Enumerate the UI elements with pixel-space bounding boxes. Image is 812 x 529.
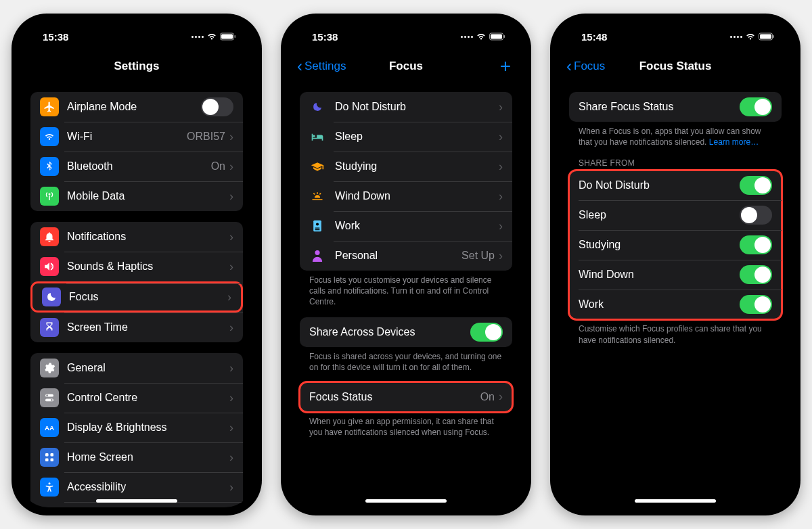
row-mobile-data[interactable]: Mobile Data › [30, 181, 243, 211]
row-bluetooth[interactable]: Bluetooth On › [30, 152, 243, 181]
battery-icon [759, 31, 775, 43]
row-label: Do Not Disturb [579, 179, 740, 191]
chevron-icon: › [229, 421, 233, 435]
antenna-icon [40, 187, 59, 206]
row-label: Home Screen [67, 451, 229, 463]
wifi-status-icon [206, 31, 217, 43]
add-button[interactable]: + [500, 57, 511, 76]
row-label: Sleep [579, 209, 740, 221]
row-home-screen[interactable]: Home Screen › [30, 442, 243, 472]
share-dnd-toggle[interactable] [740, 176, 772, 195]
chevron-icon: › [229, 189, 233, 204]
focus-modes-group: Do Not Disturb › Sleep › Studying › Wind… [300, 92, 512, 271]
learn-more-link[interactable]: Learn more… [709, 137, 759, 147]
settings-group-alerts: Notifications › Sounds & Haptics › Focus… [30, 222, 243, 342]
chevron-icon: › [229, 391, 233, 405]
row-wind-down[interactable]: Wind Down › [300, 181, 512, 211]
home-indicator[interactable] [635, 499, 716, 503]
home-indicator[interactable] [365, 499, 447, 503]
svg-rect-21 [315, 228, 320, 229]
badge-icon [309, 219, 325, 233]
row-do-not-disturb[interactable]: Do Not Disturb › [300, 92, 512, 122]
row-accessibility[interactable]: Accessibility › [30, 472, 243, 502]
svg-rect-11 [51, 459, 54, 462]
row-sleep[interactable]: Sleep › [300, 122, 512, 152]
row-detail: On [211, 160, 225, 172]
row-detail: Set Up [461, 250, 495, 262]
svg-rect-18 [504, 35, 505, 38]
row-control-centre[interactable]: Control Centre › [30, 383, 243, 413]
svg-point-23 [315, 250, 319, 255]
svg-point-4 [46, 394, 48, 396]
svg-rect-9 [51, 453, 54, 457]
page-title: Settings [114, 60, 159, 73]
settings-group-general: General › Control Centre › AA Display & … [30, 353, 243, 507]
share-work-toggle[interactable] [740, 295, 772, 314]
row-share-dnd[interactable]: Do Not Disturb [569, 170, 782, 200]
share-sleep-toggle[interactable] [740, 206, 772, 225]
battery-icon [220, 31, 236, 43]
row-focus[interactable]: Focus › [30, 281, 243, 313]
row-label: Accessibility [67, 481, 229, 493]
chevron-icon: › [499, 100, 503, 114]
row-label: General [67, 362, 229, 374]
row-sounds-haptics[interactable]: Sounds & Haptics › [30, 252, 243, 281]
row-wallpaper[interactable]: Wallpaper › [30, 502, 243, 507]
row-share-focus-status[interactable]: Share Focus Status [569, 92, 782, 122]
home-indicator[interactable] [96, 499, 177, 503]
row-share-wind-down[interactable]: Wind Down [569, 260, 782, 290]
text-size-icon: AA [40, 418, 59, 437]
notch [86, 22, 187, 39]
moon-icon [42, 288, 61, 306]
back-label: Focus [574, 60, 605, 73]
phone-focus: 15:38 ‹ Settings Focus + Do Not Disturb … [281, 14, 531, 515]
share-across-toggle[interactable] [470, 323, 503, 342]
switches-icon [40, 388, 59, 407]
row-personal[interactable]: Personal Set Up › [300, 241, 512, 271]
row-share-across-devices[interactable]: Share Across Devices [300, 317, 512, 347]
airplane-toggle[interactable] [201, 97, 233, 116]
row-wifi[interactable]: Wi-Fi ORBI57 › [30, 122, 243, 152]
row-work[interactable]: Work › [300, 211, 512, 241]
row-label: Work [335, 220, 499, 232]
share-focus-status-toggle[interactable] [740, 97, 772, 116]
share-focus-status-group: Share Focus Status [569, 92, 782, 122]
row-screen-time[interactable]: Screen Time › [30, 313, 243, 342]
svg-rect-17 [491, 34, 502, 39]
back-button[interactable]: ‹ Focus [566, 57, 605, 76]
person-icon [309, 250, 325, 262]
share-wind-down-toggle[interactable] [740, 265, 772, 284]
row-general[interactable]: General › [30, 353, 243, 383]
row-share-studying[interactable]: Studying [569, 230, 782, 260]
page-title: Focus Status [639, 60, 712, 73]
row-label: Studying [335, 160, 499, 172]
status-time: 15:38 [312, 31, 338, 43]
share-from-footer: Customise which Focus profiles can share… [569, 319, 782, 346]
share-status-footer: When a Focus is on, apps that you allow … [569, 122, 782, 149]
bed-icon [309, 131, 325, 142]
bell-icon [40, 227, 59, 246]
modes-footer: Focus lets you customise your devices an… [300, 271, 512, 309]
row-share-work[interactable]: Work [569, 290, 782, 319]
share-from-header: SHARE FROM [569, 149, 782, 170]
signal-icon [730, 36, 742, 38]
chevron-icon: › [229, 130, 233, 144]
chevron-icon: › [229, 451, 233, 465]
battery-icon [489, 31, 505, 43]
row-airplane-mode[interactable]: Airplane Mode [30, 92, 243, 122]
chevron-icon: › [229, 321, 233, 335]
hourglass-icon [40, 318, 59, 337]
status-time: 15:38 [43, 31, 68, 43]
row-notifications[interactable]: Notifications › [30, 222, 243, 252]
row-focus-status[interactable]: Focus Status On › [300, 382, 512, 412]
row-share-sleep[interactable]: Sleep [569, 200, 782, 230]
share-studying-toggle[interactable] [740, 235, 772, 254]
row-label: Airplane Mode [67, 101, 201, 113]
row-label: Do Not Disturb [335, 101, 499, 113]
row-display-brightness[interactable]: AA Display & Brightness › [30, 413, 243, 442]
row-label: Control Centre [67, 392, 229, 404]
back-button[interactable]: ‹ Settings [297, 57, 346, 76]
row-studying[interactable]: Studying › [300, 152, 512, 181]
nav-bar: Settings [20, 51, 254, 81]
row-label: Bluetooth [67, 160, 211, 172]
